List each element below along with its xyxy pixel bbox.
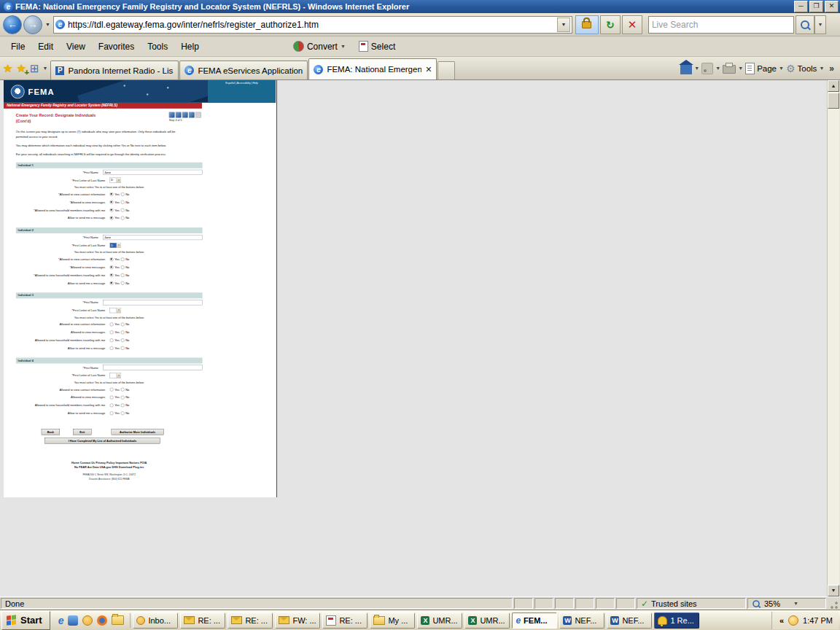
minimize-button[interactable]: ─ [794, 1, 808, 12]
select-button[interactable]: Select [359, 41, 395, 52]
feed-dropdown[interactable]: ▼ [715, 66, 720, 71]
taskbar-window-mail[interactable]: RE: ... [228, 612, 273, 629]
new-tab-stub[interactable] [438, 61, 455, 79]
taskbar-window-excel[interactable]: XUMR... [417, 612, 462, 629]
no-radio[interactable] [121, 273, 125, 277]
scrollbar-thumb[interactable] [828, 93, 839, 109]
zoom-control[interactable]: 35% ▼ [747, 598, 826, 609]
menu-help[interactable]: Help [174, 39, 206, 54]
refresh-button[interactable]: ↻ [600, 15, 621, 34]
last-name-letter-select[interactable]: D▼ [110, 243, 121, 248]
last-name-letter-select[interactable]: D▼ [110, 178, 121, 183]
taskbar-window-excel[interactable]: XUMR... [464, 612, 510, 629]
yes-radio[interactable] [110, 346, 114, 350]
first-name-input[interactable] [103, 235, 203, 240]
yes-radio[interactable] [110, 216, 114, 219]
stop-button[interactable]: ✕ [622, 15, 642, 34]
footer-links-2[interactable]: No FEAR Act Data USA.gov DHS Download Pl… [16, 465, 203, 470]
no-radio[interactable] [121, 257, 125, 261]
back-page-button[interactable]: Back [42, 429, 60, 435]
back-button[interactable]: ← [3, 15, 22, 34]
taskbar-window-mail[interactable]: RE: ... [180, 612, 225, 629]
yes-radio[interactable] [110, 192, 114, 196]
folder-quicklaunch-icon[interactable] [112, 615, 124, 625]
outlook-quicklaunch-icon[interactable] [82, 615, 93, 626]
print-dropdown[interactable]: ▼ [738, 66, 743, 71]
no-radio[interactable] [121, 209, 125, 212]
header-links[interactable]: Español | Accessibility | Help [208, 82, 276, 85]
tab-close-icon[interactable]: ✕ [425, 65, 432, 74]
no-radio[interactable] [121, 322, 125, 326]
yes-radio[interactable] [110, 281, 114, 285]
menu-tools[interactable]: Tools [141, 39, 174, 54]
address-dropdown-icon[interactable]: ▼ [557, 18, 570, 32]
no-radio[interactable] [121, 192, 125, 196]
menu-favorites[interactable]: Favorites [92, 39, 141, 54]
outlook-reminder-tray-icon[interactable] [788, 615, 798, 626]
no-radio[interactable] [121, 388, 125, 392]
address-input[interactable]: e https://tdl.egateway.fema.gov/inter/ne… [53, 16, 572, 34]
tab-list-dropdown[interactable]: ▼ [42, 66, 47, 71]
completed-list-button[interactable]: I Have Completed My List of Authorized I… [44, 438, 160, 443]
restore-button[interactable]: ❐ [809, 1, 823, 12]
yes-radio[interactable] [110, 322, 114, 326]
yes-radio[interactable] [110, 330, 114, 334]
taskbar-window-reminder[interactable]: 1 Re... [654, 612, 699, 629]
menu-file[interactable]: File [4, 39, 31, 54]
yes-radio[interactable] [110, 411, 114, 415]
no-radio[interactable] [121, 338, 125, 342]
quick-tabs-button[interactable]: ⊞ [30, 62, 39, 75]
first-name-input[interactable] [103, 170, 203, 175]
zoom-dropdown-icon[interactable]: ▼ [793, 601, 798, 606]
last-name-letter-select[interactable]: ▼ [110, 308, 121, 313]
taskbar-window-inbox[interactable]: Inbo... [133, 612, 178, 629]
yes-radio[interactable] [110, 201, 114, 204]
tools-menu-button[interactable]: Tools [798, 64, 817, 73]
no-radio[interactable] [121, 216, 125, 219]
close-button[interactable]: ✕ [825, 1, 839, 12]
no-radio[interactable] [121, 411, 125, 415]
no-radio[interactable] [121, 201, 125, 204]
start-button[interactable]: Start [1, 611, 50, 630]
firefox-quicklaunch-icon[interactable] [97, 615, 107, 626]
ie-quicklaunch-icon[interactable]: e [58, 615, 64, 626]
home-dropdown[interactable]: ▼ [694, 66, 699, 71]
taskbar-window-mail[interactable]: RE: ... [322, 612, 368, 629]
no-radio[interactable] [121, 281, 125, 285]
convert-button[interactable]: Convert ▼ [293, 41, 346, 52]
taskbar-window-mail[interactable]: FW: ... [275, 612, 320, 629]
first-name-input[interactable] [103, 300, 203, 305]
yes-radio[interactable] [110, 265, 114, 269]
no-radio[interactable] [121, 346, 125, 350]
favorites-center-button[interactable]: ★ [3, 62, 12, 75]
yes-radio[interactable] [110, 257, 114, 261]
no-radio[interactable] [121, 330, 125, 334]
authorize-more-button[interactable]: Authorize More Individuals [112, 429, 164, 435]
forward-button[interactable]: → [23, 15, 42, 34]
live-search-input[interactable]: Live Search [648, 16, 794, 34]
toolbar-overflow-button[interactable]: » [829, 63, 834, 74]
history-dropdown-icon[interactable]: ▼ [45, 22, 50, 27]
yes-radio[interactable] [110, 388, 114, 392]
add-favorite-button[interactable]: ★ [16, 62, 26, 75]
page-menu-button[interactable]: Page [757, 64, 777, 73]
resize-grip[interactable] [828, 598, 839, 609]
security-lock-button[interactable] [575, 15, 599, 34]
page-menu-icon[interactable] [745, 63, 755, 74]
gear-icon[interactable]: ⚙ [786, 63, 796, 74]
no-radio[interactable] [121, 403, 125, 407]
menu-view[interactable]: View [60, 39, 92, 54]
tray-chevron-button[interactable]: « [779, 616, 784, 625]
tab-pandora[interactable]: P Pandora Internet Radio - Lis... [50, 61, 179, 79]
no-radio[interactable] [121, 396, 125, 400]
taskbar-window-folder[interactable]: My ... [370, 612, 415, 629]
yes-radio[interactable] [110, 338, 114, 342]
scroll-up-icon[interactable]: ▲ [828, 80, 839, 92]
taskbar-window-word[interactable]: WNEF... [607, 612, 652, 629]
first-name-input[interactable] [103, 365, 203, 370]
yes-radio[interactable] [110, 273, 114, 277]
tab-fema-nefrls[interactable]: e FEMA: National Emergen... ✕ [308, 58, 437, 79]
print-icon[interactable] [723, 65, 736, 74]
menu-edit[interactable]: Edit [31, 39, 60, 54]
tab-fema-eservices[interactable]: e FEMA eServices Application ... [179, 61, 308, 79]
